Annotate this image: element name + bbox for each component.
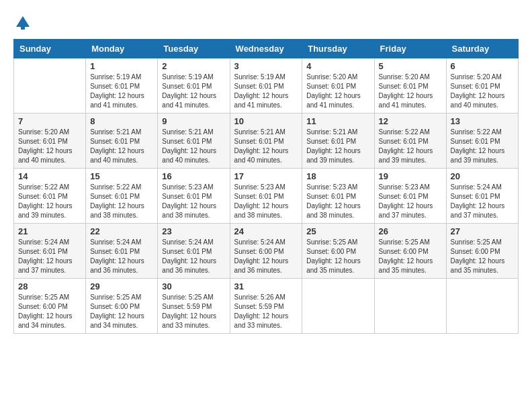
day-info: Sunrise: 5:25 AMSunset: 6:00 PMDaylight:… [18, 293, 81, 330]
day-cell: 21Sunrise: 5:24 AMSunset: 6:01 PMDayligh… [14, 224, 86, 279]
day-cell: 12Sunrise: 5:22 AMSunset: 6:01 PMDayligh… [374, 113, 446, 169]
day-cell: 17Sunrise: 5:23 AMSunset: 6:01 PMDayligh… [230, 169, 302, 224]
day-info: Sunrise: 5:25 AMSunset: 6:00 PMDaylight:… [90, 293, 153, 330]
day-cell: 2Sunrise: 5:19 AMSunset: 6:01 PMDaylight… [158, 58, 230, 113]
day-cell: 28Sunrise: 5:25 AMSunset: 6:00 PMDayligh… [14, 279, 86, 334]
day-info: Sunrise: 5:19 AMSunset: 6:01 PMDaylight:… [234, 73, 298, 110]
day-number: 6 [451, 61, 514, 71]
day-number: 2 [162, 61, 225, 71]
day-cell: 14Sunrise: 5:22 AMSunset: 6:01 PMDayligh… [14, 169, 86, 224]
day-info: Sunrise: 5:20 AMSunset: 6:01 PMDaylight:… [379, 73, 442, 110]
weekday-header-saturday: Saturday [446, 40, 518, 58]
day-info: Sunrise: 5:25 AMSunset: 6:00 PMDaylight:… [451, 238, 514, 275]
day-number: 18 [306, 171, 369, 181]
day-number: 29 [90, 281, 153, 291]
day-info: Sunrise: 5:24 AMSunset: 6:01 PMDaylight:… [162, 238, 225, 275]
day-cell: 26Sunrise: 5:25 AMSunset: 6:00 PMDayligh… [374, 224, 446, 279]
day-cell: 8Sunrise: 5:21 AMSunset: 6:01 PMDaylight… [86, 113, 158, 169]
day-number: 27 [451, 226, 514, 236]
day-cell: 13Sunrise: 5:22 AMSunset: 6:01 PMDayligh… [446, 113, 518, 169]
day-cell: 11Sunrise: 5:21 AMSunset: 6:01 PMDayligh… [302, 113, 374, 169]
day-info: Sunrise: 5:26 AMSunset: 5:59 PMDaylight:… [234, 293, 298, 330]
day-cell [14, 58, 86, 113]
weekday-header-wednesday: Wednesday [230, 40, 302, 58]
day-info: Sunrise: 5:20 AMSunset: 6:01 PMDaylight:… [18, 128, 81, 165]
day-cell: 18Sunrise: 5:23 AMSunset: 6:01 PMDayligh… [302, 169, 374, 224]
day-cell: 9Sunrise: 5:21 AMSunset: 6:01 PMDaylight… [158, 113, 230, 169]
day-info: Sunrise: 5:22 AMSunset: 6:01 PMDaylight:… [18, 183, 81, 220]
day-info: Sunrise: 5:23 AMSunset: 6:01 PMDaylight:… [306, 183, 369, 220]
day-number: 7 [18, 116, 81, 126]
day-info: Sunrise: 5:22 AMSunset: 6:01 PMDaylight:… [379, 128, 442, 165]
day-number: 4 [306, 61, 369, 71]
day-number: 10 [234, 116, 298, 126]
day-number: 25 [306, 226, 369, 236]
day-number: 11 [306, 116, 369, 126]
day-cell: 4Sunrise: 5:20 AMSunset: 6:01 PMDaylight… [302, 58, 374, 113]
day-info: Sunrise: 5:23 AMSunset: 6:01 PMDaylight:… [162, 183, 225, 220]
day-cell: 27Sunrise: 5:25 AMSunset: 6:00 PMDayligh… [446, 224, 518, 279]
day-info: Sunrise: 5:24 AMSunset: 6:01 PMDaylight:… [451, 183, 514, 220]
day-cell: 15Sunrise: 5:22 AMSunset: 6:01 PMDayligh… [86, 169, 158, 224]
calendar-table: SundayMondayTuesdayWednesdayThursdayFrid… [13, 39, 519, 334]
day-cell [374, 279, 446, 334]
day-number: 28 [18, 281, 81, 291]
day-info: Sunrise: 5:21 AMSunset: 6:01 PMDaylight:… [90, 128, 153, 165]
day-number: 31 [234, 281, 298, 291]
day-cell: 22Sunrise: 5:24 AMSunset: 6:01 PMDayligh… [86, 224, 158, 279]
weekday-header-row: SundayMondayTuesdayWednesdayThursdayFrid… [14, 40, 519, 58]
day-number: 13 [451, 116, 514, 126]
day-info: Sunrise: 5:22 AMSunset: 6:01 PMDaylight:… [90, 183, 153, 220]
day-cell: 29Sunrise: 5:25 AMSunset: 6:00 PMDayligh… [86, 279, 158, 334]
day-cell: 23Sunrise: 5:24 AMSunset: 6:01 PMDayligh… [158, 224, 230, 279]
day-number: 5 [379, 61, 442, 71]
day-number: 15 [90, 171, 153, 181]
weekday-header-monday: Monday [86, 40, 158, 58]
day-info: Sunrise: 5:20 AMSunset: 6:01 PMDaylight:… [306, 73, 369, 110]
day-number: 19 [379, 171, 442, 181]
day-number: 3 [234, 61, 298, 71]
day-cell [302, 279, 374, 334]
day-cell: 25Sunrise: 5:25 AMSunset: 6:00 PMDayligh… [302, 224, 374, 279]
day-number: 8 [90, 116, 153, 126]
day-info: Sunrise: 5:23 AMSunset: 6:01 PMDaylight:… [234, 183, 298, 220]
weekday-header-thursday: Thursday [302, 40, 374, 58]
day-info: Sunrise: 5:19 AMSunset: 6:01 PMDaylight:… [90, 73, 153, 110]
day-cell: 30Sunrise: 5:25 AMSunset: 5:59 PMDayligh… [158, 279, 230, 334]
day-info: Sunrise: 5:24 AMSunset: 6:01 PMDaylight:… [18, 238, 81, 275]
day-info: Sunrise: 5:19 AMSunset: 6:01 PMDaylight:… [162, 73, 225, 110]
day-number: 16 [162, 171, 225, 181]
day-info: Sunrise: 5:24 AMSunset: 6:01 PMDaylight:… [90, 238, 153, 275]
day-cell: 1Sunrise: 5:19 AMSunset: 6:01 PMDaylight… [86, 58, 158, 113]
week-row-1: 1Sunrise: 5:19 AMSunset: 6:01 PMDaylight… [14, 58, 519, 113]
day-info: Sunrise: 5:24 AMSunset: 6:00 PMDaylight:… [234, 238, 298, 275]
week-row-4: 21Sunrise: 5:24 AMSunset: 6:01 PMDayligh… [14, 224, 519, 279]
day-info: Sunrise: 5:21 AMSunset: 6:01 PMDaylight:… [162, 128, 225, 165]
day-cell: 16Sunrise: 5:23 AMSunset: 6:01 PMDayligh… [158, 169, 230, 224]
logo-icon [13, 13, 32, 32]
weekday-header-tuesday: Tuesday [158, 40, 230, 58]
day-info: Sunrise: 5:25 AMSunset: 5:59 PMDaylight:… [162, 293, 225, 330]
week-row-3: 14Sunrise: 5:22 AMSunset: 6:01 PMDayligh… [14, 169, 519, 224]
day-number: 12 [379, 116, 442, 126]
day-info: Sunrise: 5:25 AMSunset: 6:00 PMDaylight:… [306, 238, 369, 275]
weekday-header-friday: Friday [374, 40, 446, 58]
day-number: 21 [18, 226, 81, 236]
day-number: 22 [90, 226, 153, 236]
day-number: 9 [162, 116, 225, 126]
day-cell: 6Sunrise: 5:20 AMSunset: 6:01 PMDaylight… [446, 58, 518, 113]
day-cell: 20Sunrise: 5:24 AMSunset: 6:01 PMDayligh… [446, 169, 518, 224]
day-cell [446, 279, 518, 334]
day-cell: 31Sunrise: 5:26 AMSunset: 5:59 PMDayligh… [230, 279, 302, 334]
week-row-5: 28Sunrise: 5:25 AMSunset: 6:00 PMDayligh… [14, 279, 519, 334]
day-cell: 7Sunrise: 5:20 AMSunset: 6:01 PMDaylight… [14, 113, 86, 169]
day-cell: 24Sunrise: 5:24 AMSunset: 6:00 PMDayligh… [230, 224, 302, 279]
day-number: 30 [162, 281, 225, 291]
day-cell: 10Sunrise: 5:21 AMSunset: 6:01 PMDayligh… [230, 113, 302, 169]
day-info: Sunrise: 5:21 AMSunset: 6:01 PMDaylight:… [306, 128, 369, 165]
day-number: 23 [162, 226, 225, 236]
week-row-2: 7Sunrise: 5:20 AMSunset: 6:01 PMDaylight… [14, 113, 519, 169]
day-cell: 3Sunrise: 5:19 AMSunset: 6:01 PMDaylight… [230, 58, 302, 113]
day-info: Sunrise: 5:25 AMSunset: 6:00 PMDaylight:… [379, 238, 442, 275]
logo [13, 13, 35, 32]
